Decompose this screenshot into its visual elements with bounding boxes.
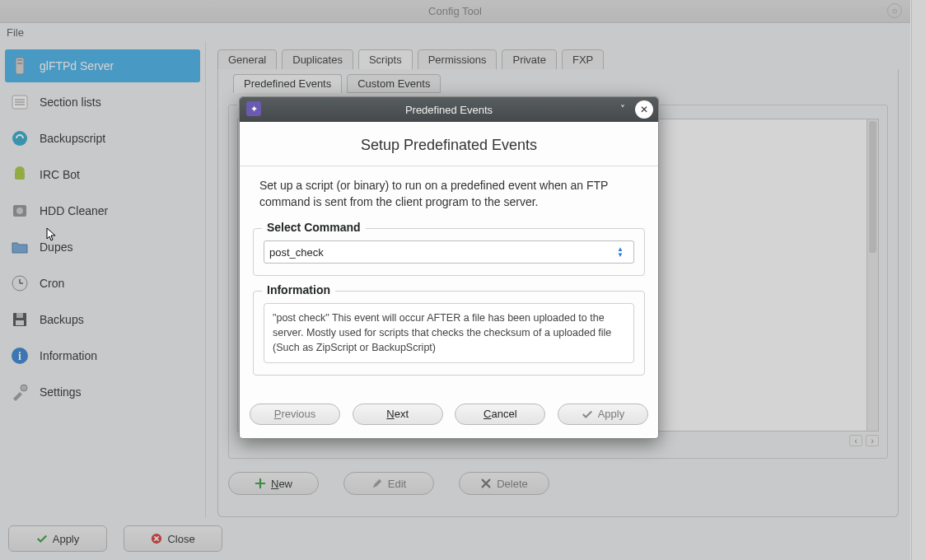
dialog-heading: Setup Predefinated Events xyxy=(248,137,650,154)
dialog-body: Setup Predefinated Events Set up a scrip… xyxy=(240,122,658,397)
dialog-buttons: Previous Next Cancel Apply xyxy=(240,397,658,438)
x-icon xyxy=(480,478,492,489)
sidebar-item-label: Settings xyxy=(40,385,82,399)
android-icon xyxy=(8,163,31,186)
edit-button[interactable]: Edit xyxy=(343,472,434,495)
main-footer: Apply Close xyxy=(0,517,910,560)
footer-close-button[interactable]: Close xyxy=(124,525,222,552)
select-command-group: Select Command post_check ▲▼ xyxy=(253,228,645,276)
panel-actions: New Edit Delete xyxy=(228,472,888,495)
new-button[interactable]: New xyxy=(228,472,319,495)
list-icon xyxy=(8,91,31,114)
sidebar-item-label: Section lists xyxy=(40,96,101,109)
subtab-predefined[interactable]: Predefined Events xyxy=(233,74,342,93)
close-icon xyxy=(151,533,162,544)
dialog-close-icon[interactable]: ✕ xyxy=(635,100,653,119)
sidebar-item-irc-bot[interactable]: IRC Bot xyxy=(5,158,200,191)
right-dock-strip xyxy=(911,0,925,560)
pencil-icon xyxy=(371,478,383,489)
previous-button-label: Previous xyxy=(274,408,316,420)
vertical-scrollbar[interactable] xyxy=(867,119,878,431)
tab-fxp[interactable]: FXP xyxy=(562,49,604,70)
menubar: File xyxy=(0,23,910,41)
check-icon xyxy=(36,533,48,544)
tab-permissions[interactable]: Permissions xyxy=(418,49,498,70)
main-titlebar: Config Tool ○ xyxy=(0,0,910,23)
sidebar: glFTPd Server Section lists Backupscript… xyxy=(0,41,206,517)
sidebar-item-hdd-cleaner[interactable]: HDD Cleaner xyxy=(5,194,200,227)
sidebar-item-label: IRC Bot xyxy=(40,168,80,181)
plus-icon xyxy=(255,478,266,489)
cancel-button[interactable]: Cancel xyxy=(455,404,545,425)
edit-button-label: Edit xyxy=(388,478,406,490)
sidebar-item-dupes[interactable]: Dupes xyxy=(5,231,200,264)
folder-icon xyxy=(8,236,31,259)
primary-tabs: General Duplicates Scripts Permissions P… xyxy=(217,49,899,70)
subtab-custom[interactable]: Custom Events xyxy=(347,74,441,93)
previous-button[interactable]: Previous xyxy=(250,404,340,425)
floppy-icon xyxy=(8,308,31,331)
dialog-separator xyxy=(240,166,658,166)
sidebar-item-cron[interactable]: Cron xyxy=(5,267,200,300)
select-command-legend: Select Command xyxy=(262,221,366,234)
tab-duplicates[interactable]: Duplicates xyxy=(282,49,353,70)
sidebar-item-backups[interactable]: Backups xyxy=(5,303,200,336)
scroll-left-icon[interactable]: ‹ xyxy=(849,435,862,446)
svg-point-12 xyxy=(16,208,23,214)
next-button-label: Next xyxy=(386,408,409,420)
sidebar-item-label: Information xyxy=(40,349,97,362)
command-combobox[interactable]: post_check ▲▼ xyxy=(264,240,634,264)
tab-private[interactable]: Private xyxy=(502,49,556,70)
svg-text:i: i xyxy=(18,350,21,362)
tab-scripts[interactable]: Scripts xyxy=(358,49,413,70)
cancel-button-label: Cancel xyxy=(484,408,516,420)
main-title: Config Tool xyxy=(428,5,482,17)
server-icon xyxy=(8,54,31,77)
footer-apply-button[interactable]: Apply xyxy=(8,525,107,552)
sidebar-item-label: Dupes xyxy=(40,240,72,254)
dialog-minimize-icon[interactable]: ˅ xyxy=(614,100,632,119)
svg-rect-17 xyxy=(16,313,23,318)
svg-point-21 xyxy=(21,385,27,391)
scrollbar-thumb[interactable] xyxy=(869,121,876,253)
sidebar-item-backupscript[interactable]: Backupscript xyxy=(5,122,200,155)
menu-file[interactable]: File xyxy=(7,26,24,39)
info-icon: i xyxy=(8,344,31,367)
dialog-app-icon: ✦ xyxy=(246,101,261,116)
window-close-icon[interactable]: ○ xyxy=(887,3,902,18)
delete-button-label: Delete xyxy=(497,478,528,490)
svg-rect-2 xyxy=(17,63,22,64)
information-legend: Information xyxy=(262,283,335,296)
tab-general[interactable]: General xyxy=(217,49,277,70)
sidebar-item-label: HDD Cleaner xyxy=(40,204,108,217)
predefined-events-dialog: ✦ Predefined Events ˅ ✕ Setup Predefinat… xyxy=(239,96,659,439)
sidebar-item-label: Backups xyxy=(40,313,84,326)
sidebar-item-settings[interactable]: Settings xyxy=(5,376,200,408)
sidebar-item-section-lists[interactable]: Section lists xyxy=(5,86,200,119)
wrench-icon xyxy=(8,380,31,404)
scroll-right-icon[interactable]: › xyxy=(866,435,879,446)
sidebar-item-information[interactable]: i Information xyxy=(5,339,200,372)
apply-button[interactable]: Apply xyxy=(558,404,648,425)
svg-rect-8 xyxy=(15,171,25,180)
command-combobox-value: post_check xyxy=(269,246,324,259)
information-text: "post check" This event will occur AFTER… xyxy=(264,303,634,362)
sidebar-item-glftpd-server[interactable]: glFTPd Server xyxy=(5,49,200,82)
sidebar-item-label: glFTPd Server xyxy=(40,59,114,72)
new-button-label: New xyxy=(271,478,292,490)
svg-rect-1 xyxy=(17,59,22,61)
check-icon xyxy=(582,408,593,420)
sidebar-item-label: Cron xyxy=(40,277,64,290)
footer-apply-label: Apply xyxy=(53,533,80,545)
next-button[interactable]: Next xyxy=(353,404,443,425)
clock-icon xyxy=(8,272,31,295)
apply-button-label: Apply xyxy=(598,408,625,420)
secondary-tabs: Predefined Events Custom Events xyxy=(233,74,888,93)
sidebar-item-label: Backupscript xyxy=(40,132,105,145)
dialog-title: Predefined Events xyxy=(405,104,493,116)
svg-point-7 xyxy=(12,131,27,146)
combobox-spinner-icon[interactable]: ▲▼ xyxy=(617,245,628,259)
delete-button[interactable]: Delete xyxy=(459,472,549,495)
dialog-description: Set up a script (or binary) to run on a … xyxy=(248,178,650,210)
information-group: Information "post check" This event will… xyxy=(253,291,645,375)
